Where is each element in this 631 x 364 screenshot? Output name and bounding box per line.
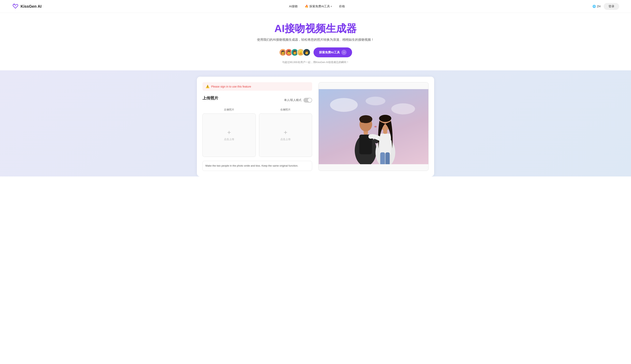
svg-rect-17 <box>385 152 390 164</box>
upload-title: 上传照片 <box>202 96 218 101</box>
right-panel <box>318 82 429 171</box>
couple-svg <box>319 89 428 164</box>
nav-explore[interactable]: 🔥 探索免费AI工具 ▾ <box>305 4 332 8</box>
left-upload-text: 点击上传 <box>224 138 234 141</box>
left-upload-box[interactable]: + 点击上传 <box>202 114 256 157</box>
right-upload-text: 点击上传 <box>280 138 291 141</box>
plus-icon: + <box>284 129 287 136</box>
toggle-text: 单人/双人模式 <box>284 98 301 102</box>
svg-point-0 <box>330 98 358 112</box>
hero-subtitle: 使用我们的AI接吻视频生成器，轻松将您的照片转换为浪漫、栩栩如生的接吻视频！ <box>4 38 627 42</box>
svg-point-2 <box>366 97 385 105</box>
logo-icon <box>12 3 19 10</box>
navbar-right: 🌐 ZH 登录 <box>592 3 619 10</box>
hero-section: AI接吻视频生成器 使用我们的AI接吻视频生成器，轻松将您的照片转换为浪漫、栩栩… <box>0 13 631 70</box>
main-container: ⚠️ Please sign in to use this feature 上传… <box>0 70 631 176</box>
arrow-right-icon: → <box>341 50 347 55</box>
avatar-group: 👩 👨 👩 👱 👩 <box>279 48 310 56</box>
plus-icon: + <box>227 129 231 136</box>
logo[interactable]: KissGen AI <box>12 3 42 10</box>
warning-icon: ⚠️ <box>206 84 210 88</box>
explore-cta-button[interactable]: 探索免费AI工具 → <box>314 48 352 57</box>
left-photo-label: 左侧照片 <box>202 108 256 112</box>
hero-title: AI接吻视频生成器 <box>4 22 627 34</box>
alert-message: Please sign in to use this feature <box>211 85 251 88</box>
svg-rect-11 <box>380 134 391 155</box>
nav-price[interactable]: 价格 <box>339 4 345 8</box>
lang-label: ZH <box>597 5 600 8</box>
user-count-text: 与超过80,000名用户一起，用KissGen AI创造难忘的瞬间！ <box>282 60 349 64</box>
nav-ai-kiss[interactable]: AI接吻 <box>289 4 298 8</box>
avatar: 👩 <box>303 48 310 56</box>
preview-image-wrapper <box>319 82 428 171</box>
explore-btn-label: 探索免费AI工具 <box>319 50 340 54</box>
photo-labels: 左侧照片 右侧照片 <box>202 108 312 112</box>
cta-row: 👩 👨 👩 👱 👩 探索免费AI工具 → <box>279 48 352 57</box>
svg-point-14 <box>379 115 391 122</box>
hero-actions: 👩 👨 👩 👱 👩 探索免费AI工具 → 与超过80,000名用户一起，用Kis… <box>4 48 627 64</box>
left-panel: ⚠️ Please sign in to use this feature 上传… <box>202 82 312 171</box>
nav-menu: AI接吻 🔥 探索免费AI工具 ▾ 价格 <box>289 4 345 8</box>
right-photo-label: 右侧照片 <box>259 108 312 112</box>
svg-point-9 <box>367 118 372 122</box>
navbar: KissGen AI AI接吻 🔥 探索免费AI工具 ▾ 价格 🌐 ZH 登录 <box>0 0 631 13</box>
prompt-box[interactable]: Make the two people in the photo smile a… <box>202 161 312 171</box>
kiss-illustration <box>319 89 428 164</box>
upload-boxes: + 点击上传 + 点击上传 <box>202 114 312 157</box>
tool-card: ⚠️ Please sign in to use this feature 上传… <box>197 77 434 176</box>
single-double-toggle[interactable] <box>303 98 312 102</box>
upload-header: 上传照片 单人/双人模式 <box>202 96 312 105</box>
prompt-text: Make the two people in the photo smile a… <box>205 164 298 167</box>
svg-point-15 <box>374 126 377 128</box>
svg-point-1 <box>391 103 415 114</box>
toggle-label: 单人/双人模式 <box>284 98 312 102</box>
logo-text: KissGen AI <box>21 4 42 9</box>
right-upload-box[interactable]: + 点击上传 <box>259 114 312 157</box>
sign-in-alert: ⚠️ Please sign in to use this feature <box>202 82 312 91</box>
chevron-down-icon: ▾ <box>331 5 332 8</box>
svg-point-8 <box>360 118 365 123</box>
language-selector[interactable]: 🌐 ZH <box>592 5 600 8</box>
svg-rect-16 <box>380 152 385 164</box>
globe-icon: 🌐 <box>592 5 596 8</box>
login-button[interactable]: 登录 <box>604 3 619 10</box>
